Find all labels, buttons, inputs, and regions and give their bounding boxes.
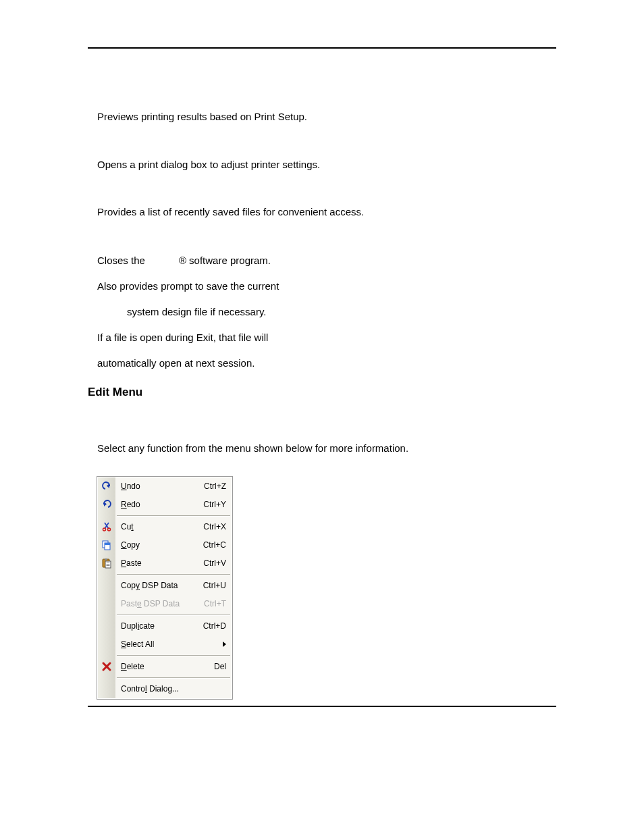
desc-recent-files: Provides a list of recently saved files … <box>97 205 556 220</box>
label-hotkey: C <box>121 540 127 550</box>
label-pre: Contro <box>121 684 145 694</box>
label-post: elete <box>127 662 144 671</box>
menu-item-shortcut: Ctrl+X <box>198 521 232 533</box>
shortcut-text: Ctrl+C <box>203 539 226 551</box>
shortcut-text: Ctrl+Y <box>203 498 226 511</box>
label-post: DSP Data <box>142 599 180 608</box>
label-post: opy <box>127 540 140 550</box>
menu-item-label: Control Dialog... <box>115 683 198 695</box>
menu-item-paste[interactable]: PasteCtrl+V <box>98 554 232 573</box>
edit-menu[interactable]: UndoCtrl+ZRedoCtrl+YCutCtrl+XCopyCtrl+CP… <box>97 477 232 699</box>
menu-item-label: Copy DSP Data <box>115 579 198 592</box>
menu-item-label: Redo <box>115 498 198 511</box>
document-page: Previews printing results based on Print… <box>0 0 644 748</box>
label-hotkey: P <box>121 558 126 568</box>
menu-item-label: Undo <box>115 480 198 492</box>
menu-item-shortcut: Ctrl+D <box>198 620 232 632</box>
paste-icon <box>98 554 115 573</box>
label-pre: Past <box>121 599 137 608</box>
content-area: Previews printing results based on Print… <box>88 49 556 699</box>
icon-gutter <box>98 577 115 595</box>
label-hotkey: U <box>121 481 127 491</box>
exit-line-1: Closes the ® software program. <box>97 253 556 269</box>
cut-icon <box>98 518 115 536</box>
menu-item-select-all[interactable]: Select All <box>98 635 232 654</box>
chevron-right-icon <box>223 642 226 647</box>
instruction-text: Select any function from the menu shown … <box>97 441 556 457</box>
shortcut-text: Ctrl+T <box>204 598 226 610</box>
label-post: edo <box>127 500 140 509</box>
svg-rect-8 <box>105 543 110 545</box>
label-post: cate <box>139 621 155 631</box>
label-hotkey: R <box>121 500 127 509</box>
menu-item-redo[interactable]: RedoCtrl+Y <box>98 496 232 514</box>
desc-print-preview: Previews printing results based on Print… <box>97 109 556 125</box>
label-post: Dialog... <box>147 684 179 694</box>
svg-point-5 <box>108 528 111 531</box>
menu-item-shortcut: Ctrl+C <box>198 539 232 551</box>
menu-item-shortcut: Ctrl+V <box>198 557 232 569</box>
menu-item-shortcut: Ctrl+Z <box>198 480 232 492</box>
shortcut-text: Ctrl+Z <box>204 480 226 492</box>
section-heading-edit-menu: Edit Menu <box>88 384 556 401</box>
exit-line-3: system design file if necessary. <box>97 304 556 320</box>
menu-item-label: Paste DSP Data <box>115 598 198 610</box>
exit-line-1b: ® software program. <box>179 255 271 266</box>
icon-gutter <box>98 617 115 635</box>
label-post: aste <box>126 558 142 568</box>
exit-line-4: If a file is open during Exit, that file… <box>97 330 556 346</box>
label-hotkey: t <box>131 522 133 531</box>
footer-rule <box>88 706 556 707</box>
menu-item-cut[interactable]: CutCtrl+X <box>98 518 232 536</box>
menu-item-shortcut: Ctrl+U <box>198 579 232 592</box>
delete-icon <box>98 658 115 676</box>
desc-print-setup: Opens a print dialog box to adjust print… <box>97 157 556 173</box>
menu-item-undo[interactable]: UndoCtrl+Z <box>98 477 232 496</box>
menu-item-label: Duplicate <box>115 620 198 632</box>
menu-item-copy[interactable]: CopyCtrl+C <box>98 536 232 554</box>
menu-item-control-dialog[interactable]: Control Dialog... <box>98 680 232 698</box>
icon-gutter <box>98 635 115 654</box>
label-post: elect All <box>126 640 154 649</box>
menu-item-paste-dsp-data: Paste DSP DataCtrl+T <box>98 595 232 613</box>
label-pre: Cop <box>121 581 136 590</box>
desc-exit: Closes the ® software program. Also prov… <box>97 253 556 371</box>
menu-item-shortcut: Ctrl+T <box>198 598 232 610</box>
undo-icon <box>98 477 115 496</box>
icon-gutter <box>98 595 115 613</box>
copy-icon <box>98 536 115 554</box>
label-post: ndo <box>127 481 140 491</box>
svg-point-4 <box>103 528 106 531</box>
shortcut-text: Ctrl+V <box>203 557 226 569</box>
svg-marker-0 <box>107 484 109 488</box>
exit-line-1a: Closes the <box>97 255 148 266</box>
menu-item-label: Cut <box>115 521 198 533</box>
menu-item-shortcut: Del <box>198 660 232 673</box>
menu-item-duplicate[interactable]: DuplicateCtrl+D <box>98 617 232 635</box>
icon-gutter <box>98 680 115 698</box>
shortcut-text: Ctrl+D <box>203 620 226 632</box>
label-hotkey: S <box>121 640 126 649</box>
shortcut-text: Ctrl+X <box>203 521 226 533</box>
shortcut-text: Del <box>214 660 226 673</box>
redo-icon <box>98 496 115 514</box>
label-pre: Cu <box>121 522 131 531</box>
menu-item-shortcut: Ctrl+Y <box>198 498 232 511</box>
label-pre: Dupl <box>121 621 138 631</box>
menu-item-label: Select All <box>115 638 198 650</box>
menu-item-label: Delete <box>115 660 198 673</box>
label-hotkey: D <box>121 662 127 671</box>
label-hotkey: e <box>137 599 142 608</box>
exit-line-5: automatically open at next session. <box>97 355 556 371</box>
label-post: DSP Data <box>140 581 178 590</box>
menu-item-label: Paste <box>115 557 198 569</box>
menu-item-shortcut <box>198 642 232 647</box>
exit-line-2: Also provides prompt to save the current <box>97 278 556 294</box>
shortcut-text: Ctrl+U <box>203 579 226 592</box>
menu-item-copy-dsp-data[interactable]: Copy DSP DataCtrl+U <box>98 577 232 595</box>
svg-rect-10 <box>105 558 107 561</box>
svg-marker-1 <box>104 502 107 506</box>
menu-item-label: Copy <box>115 539 198 551</box>
menu-item-delete[interactable]: DeleteDel <box>98 658 232 676</box>
